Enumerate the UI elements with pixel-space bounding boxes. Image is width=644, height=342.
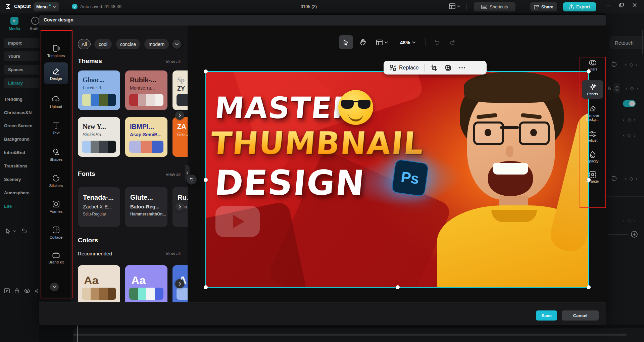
themes-view-all[interactable]: View all (165, 59, 181, 64)
theme-swatches (82, 141, 116, 153)
rail-arrange[interactable]: Arrange (582, 171, 603, 183)
thumbnail-person (420, 71, 589, 288)
font-card[interactable]: Tenada-... Zacbel X-E... Stilu-Regular (78, 187, 120, 227)
crop-icon[interactable] (431, 64, 437, 71)
chevron-left-icon (186, 171, 188, 175)
maximize-button[interactable] (619, 3, 624, 7)
save-button[interactable]: Save (536, 310, 557, 321)
filter-chip-concise[interactable]: concise (116, 39, 140, 49)
share-label: Share (541, 4, 553, 9)
sunglasses-emoji (338, 90, 373, 125)
close-button[interactable] (632, 3, 637, 7)
colors-next-button[interactable] (175, 279, 184, 288)
stickers-icon (44, 174, 68, 182)
rail-effects[interactable]: Effects (582, 80, 603, 99)
filter-chip-all[interactable]: All (78, 39, 91, 49)
hand-tool-button[interactable] (356, 35, 370, 49)
theme-card[interactable]: ZA Gro... (172, 117, 188, 157)
fonts-view-all[interactable]: View all (165, 172, 181, 177)
nav-upload[interactable]: Upload (44, 95, 68, 109)
canvas-ratio-icon (376, 40, 383, 45)
export-icon (569, 4, 574, 9)
rotate-handle[interactable] (187, 175, 197, 185)
font-card[interactable]: Glute... Baloo-Reg... HammersmithOn... (125, 187, 167, 227)
themes-heading: Themes (78, 57, 102, 65)
replace-label[interactable]: Replace (399, 65, 419, 71)
nav-collage[interactable]: Collage (44, 226, 68, 240)
duplicate-icon[interactable] (445, 64, 451, 71)
cancel-button[interactable]: Cancel (562, 310, 599, 321)
nav-design[interactable]: Design (44, 62, 68, 84)
rail-adjust[interactable]: Adjust (582, 131, 603, 142)
theme-swatches (129, 94, 163, 106)
design-panel: All cool concise modern Themes View all … (70, 26, 188, 302)
nav-shapes[interactable]: Shapes (44, 148, 68, 162)
rail-opacity[interactable]: Opacity (582, 151, 603, 163)
autosave-status: Auto saved: 01:48:49 (72, 4, 121, 9)
colors-view-all[interactable]: View all (165, 251, 181, 256)
opacity-icon (582, 151, 603, 158)
frame-options-button[interactable] (373, 35, 391, 49)
fonts-next-button[interactable] (175, 202, 184, 211)
theme-swatches (129, 141, 163, 153)
artwork-title-line2: THUMBNAIL (209, 128, 425, 159)
chevron-down-icon (53, 6, 56, 8)
fonts-heading: Fonts (78, 170, 95, 178)
autosave-check-icon (72, 4, 78, 9)
theme-card[interactable]: Sp ZY (172, 70, 188, 110)
layout-switch-button[interactable] (449, 3, 460, 9)
shortcuts-button[interactable]: Shortcuts (474, 2, 515, 11)
cover-canvas-image[interactable]: MASTER THUMBNAIL DESIGN Ps (205, 71, 589, 288)
nav-expand-button[interactable] (50, 283, 59, 291)
menu-label: Menu (36, 4, 48, 9)
theme-card[interactable]: IBMPl... Asap-SemiB... (125, 117, 167, 157)
autosave-label: Auto saved: 01:48:49 (80, 4, 121, 9)
youtube-logo-watermark (215, 206, 260, 237)
filter-chip-modern[interactable]: modern (144, 39, 169, 49)
minimize-button[interactable] (606, 3, 611, 7)
element-toolbar: Replace (384, 61, 487, 75)
titlebar: CapCut Menu Auto saved: 01:48:49 0105 (2… (0, 0, 644, 13)
nav-templates[interactable]: Templates (44, 44, 68, 58)
zoom-level-button[interactable]: 48% (395, 35, 420, 49)
rail-filters[interactable]: Filters (582, 59, 603, 71)
nav-stickers[interactable]: Stickers (44, 174, 68, 188)
menu-button[interactable]: Menu (34, 2, 59, 11)
colors-heading: Colors (78, 237, 98, 244)
chevron-right-icon (179, 113, 181, 117)
themes-next-button[interactable] (175, 111, 184, 120)
modal-title: Cover design (44, 17, 73, 22)
cover-design-modal: Cover design Templates Design Upload Tex… (39, 15, 606, 325)
export-button[interactable]: Export (563, 2, 596, 11)
hand-icon (360, 39, 366, 46)
share-button[interactable]: Share (530, 2, 557, 11)
chevron-down-icon (53, 286, 56, 288)
zoom-level-value: 48% (400, 40, 410, 45)
design-icon (44, 67, 68, 75)
more-options-icon[interactable] (459, 67, 465, 69)
replace-icon[interactable] (390, 64, 396, 71)
pointer-tool-button[interactable] (339, 35, 353, 49)
nav-brand-kit[interactable]: Brand kit (44, 251, 68, 264)
capcut-window: CapCut Menu Auto saved: 01:48:49 0105 (2… (0, 0, 644, 342)
theme-card[interactable]: New Y... SinkinSa... (78, 117, 120, 157)
nav-text[interactable]: Text (44, 121, 68, 135)
color-card[interactable]: Aa (125, 265, 167, 302)
color-swatches (129, 288, 163, 300)
filters-icon (582, 59, 603, 66)
rail-remove-background[interactable]: Remove backg... (582, 105, 603, 121)
effects-icon (582, 84, 603, 91)
document-title: 0105 (2) (282, 4, 336, 9)
chips-expand-button[interactable] (172, 40, 181, 49)
brand-kit-icon (44, 251, 68, 259)
chevron-down-icon (175, 43, 179, 46)
nav-frames[interactable]: Frames (44, 200, 68, 214)
filter-chip-cool[interactable]: cool (94, 39, 112, 49)
color-card[interactable]: Aa (78, 265, 120, 302)
undo-button[interactable] (431, 35, 442, 49)
theme-swatches (82, 94, 116, 106)
capcut-logo-icon (5, 3, 12, 10)
theme-card[interactable]: Glooc... Lucette-R... (78, 70, 120, 110)
redo-button[interactable] (447, 35, 458, 49)
theme-card[interactable]: Rubik-... Montserra... (125, 70, 167, 110)
